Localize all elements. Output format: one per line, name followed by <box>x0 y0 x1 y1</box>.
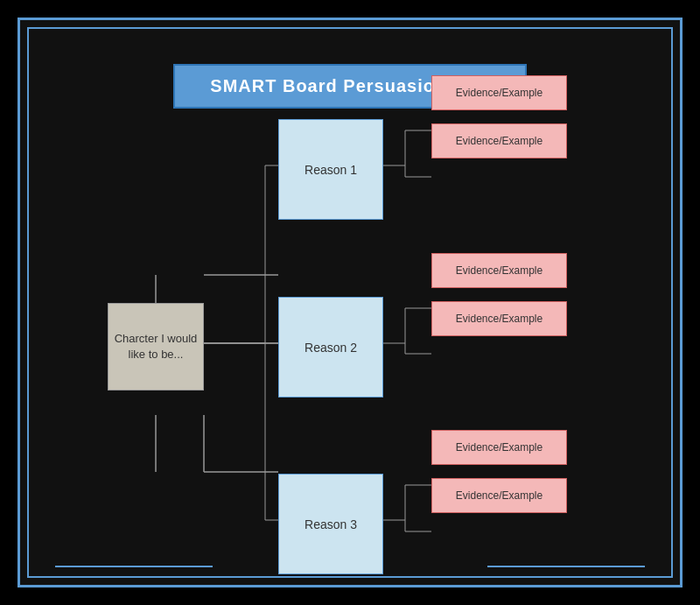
reason-2-label: Reason 2 <box>304 341 357 355</box>
reason-3-label: Reason 3 <box>304 517 357 531</box>
reason-box-3: Reason 3 <box>278 474 383 574</box>
reason-1-label: Reason 1 <box>304 163 357 177</box>
reason-box-1: Reason 1 <box>278 119 383 220</box>
evidence-box-3-1: Evidence/Example <box>431 430 567 465</box>
evidence-box-1-1: Evidence/Example <box>431 75 567 110</box>
central-node: Charcter I would like to be... <box>108 303 204 390</box>
ev-2-2-label: Evidence/Example <box>456 313 542 325</box>
evidence-box-2-2: Evidence/Example <box>431 301 567 336</box>
evidence-box-2-1: Evidence/Example <box>431 253 567 288</box>
outer-border: SMART Board Persuasion Map <box>18 18 682 587</box>
central-node-label: Charcter I would like to be... <box>108 331 203 362</box>
ev-3-1-label: Evidence/Example <box>456 441 542 454</box>
evidence-box-3-2: Evidence/Example <box>431 478 567 513</box>
diagram-area: Charcter I would like to be... Reason 1 … <box>20 109 680 585</box>
reason-box-2: Reason 2 <box>278 297 383 397</box>
ev-2-1-label: Evidence/Example <box>456 264 542 277</box>
evidence-box-1-2: Evidence/Example <box>431 123 567 158</box>
ev-1-1-label: Evidence/Example <box>456 87 542 99</box>
ev-1-2-label: Evidence/Example <box>456 135 542 147</box>
ev-3-2-label: Evidence/Example <box>456 489 542 502</box>
